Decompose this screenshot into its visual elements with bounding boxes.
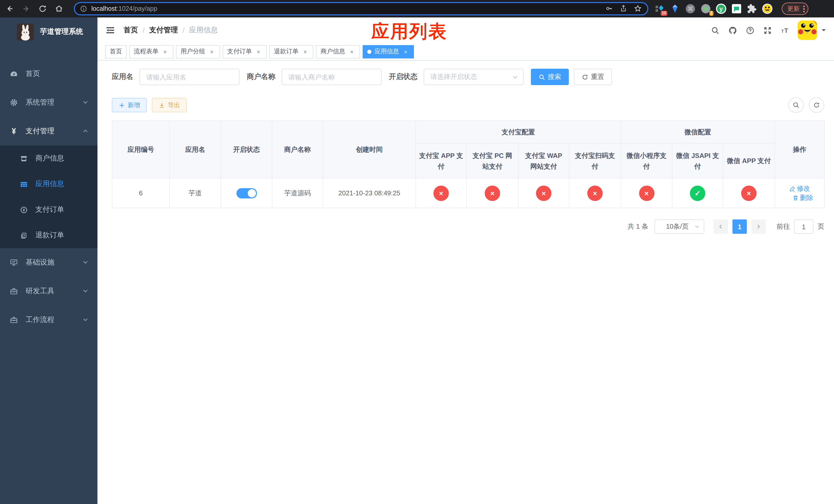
tab-label: 支付订单 (227, 47, 252, 56)
address-bar[interactable]: localhost:1024/pay/app (74, 2, 648, 15)
refresh-table-button[interactable] (809, 97, 824, 113)
extension-diamond-icon[interactable]: 10 (655, 4, 665, 14)
close-icon[interactable]: × (402, 48, 409, 55)
page-unit-label: 页 (818, 222, 824, 231)
cell-wechat-mini: × (621, 178, 672, 208)
breadcrumb-separator: / (142, 26, 145, 35)
share-icon[interactable] (620, 5, 628, 13)
merchant-name-input[interactable] (282, 69, 381, 85)
status-select[interactable]: 请选择开启状态 (424, 69, 524, 85)
tab-process-form[interactable]: 流程表单× (129, 45, 173, 58)
help-icon[interactable] (745, 26, 754, 35)
site-info-icon[interactable] (80, 5, 87, 12)
header-search-icon[interactable] (710, 26, 720, 35)
sidebar-item-workflow[interactable]: 工作流程 (0, 305, 97, 334)
document-icon (20, 231, 28, 239)
sidebar-collapse-icon[interactable] (105, 25, 115, 36)
svg-text:T: T (784, 27, 788, 34)
tab-app-info[interactable]: 应用信息× (363, 45, 414, 58)
profile-smiley-icon[interactable] (762, 4, 772, 14)
col-enabled: 开启状态 (221, 121, 272, 178)
show-search-button[interactable] (788, 97, 804, 113)
sidebar-item-pay-orders[interactable]: 支付订单 (0, 197, 97, 223)
extension-chat-icon[interactable] (731, 4, 742, 14)
close-icon[interactable]: × (302, 48, 309, 55)
sidebar-item-refund-orders[interactable]: 退款订单 (0, 223, 97, 248)
sidebar-item-label: 应用信息 (36, 180, 64, 189)
cell-alipay-wap: × (518, 178, 569, 208)
tab-refund-orders[interactable]: 退款订单× (269, 45, 313, 58)
browser-menu-kebab-icon[interactable] (803, 5, 805, 13)
close-icon[interactable]: × (161, 48, 169, 55)
extension-badge: 1 (709, 11, 714, 16)
browser-update-button[interactable]: 更新 (782, 3, 808, 15)
col-alipay-app: 支付宝 APP 支付 (416, 143, 466, 178)
col-group-wechat: 微信配置 (621, 121, 775, 143)
sidebar-item-system[interactable]: 系统管理 (0, 88, 97, 117)
extensions-puzzle-icon[interactable] (747, 4, 757, 14)
back-icon[interactable] (5, 4, 14, 13)
app-name-input[interactable] (139, 69, 240, 85)
font-size-icon[interactable]: TT (780, 26, 789, 35)
sidebar-item-dev-tools[interactable]: 研发工具 (0, 277, 97, 305)
breadcrumb-home[interactable]: 首页 (124, 26, 138, 35)
dashboard-icon (10, 70, 18, 78)
password-key-icon[interactable] (605, 5, 613, 13)
reset-button[interactable]: 重置 (574, 69, 612, 85)
enabled-toggle[interactable] (236, 188, 257, 198)
bookmark-star-icon[interactable] (634, 5, 642, 13)
prev-page-button[interactable] (714, 220, 728, 234)
search-button[interactable]: 搜索 (531, 69, 569, 85)
search-icon (539, 74, 545, 80)
extension-recorder-icon[interactable]: 1 (701, 4, 711, 14)
cell-app-id: 6 (112, 178, 170, 208)
tab-label: 流程表单 (134, 47, 158, 56)
edit-link[interactable]: 修改 (789, 184, 810, 193)
sidebar-item-label: 研发工具 (26, 287, 54, 296)
extension-balloon-icon[interactable] (670, 4, 680, 14)
close-icon[interactable]: × (208, 48, 215, 55)
page-size-select[interactable]: 10条/页 (655, 220, 704, 234)
export-button[interactable]: 导出 (152, 98, 187, 112)
status-select-placeholder: 请选择开启状态 (430, 72, 512, 82)
tab-user-group[interactable]: 用户分组× (176, 45, 220, 58)
next-page-button[interactable] (751, 220, 766, 234)
app-logo[interactable]: 芋道管理系统 (0, 18, 97, 46)
sidebar-item-app-info[interactable]: 应用信息 (0, 171, 97, 197)
user-avatar[interactable] (797, 21, 817, 40)
sidebar-item-payment[interactable]: 支付管理 (0, 117, 97, 145)
status-icon: × (741, 185, 756, 201)
delete-link[interactable]: 删除 (792, 193, 813, 202)
github-icon[interactable] (728, 26, 737, 35)
svg-text:T: T (781, 29, 784, 33)
page-number-1[interactable]: 1 (732, 220, 747, 234)
screen: localhost:1024/pay/app 10 ⌘ 1 y (0, 0, 834, 504)
cell-merchant: 芋道源码 (272, 178, 323, 208)
sidebar-item-home[interactable]: 首页 (0, 60, 97, 88)
tab-pay-orders[interactable]: 支付订单× (223, 45, 267, 58)
tab-merchant-info[interactable]: 商户信息× (316, 45, 360, 58)
caret-down-icon[interactable] (821, 26, 826, 35)
sidebar-item-merchant-info[interactable]: 商户信息 (0, 145, 97, 171)
reload-icon[interactable] (38, 4, 47, 13)
breadcrumb-payment[interactable]: 支付管理 (149, 26, 178, 35)
sidebar-item-infrastructure[interactable]: 基础设施 (0, 248, 97, 277)
chevron-left-icon (718, 224, 723, 229)
tab-home[interactable]: 首页 (105, 45, 127, 58)
chevron-down-icon (83, 316, 88, 324)
chevron-down-icon (83, 287, 88, 295)
col-alipay-qr: 支付宝扫码支付 (569, 143, 621, 178)
url-text: localhost:1024/pay/app (91, 5, 157, 12)
tab-label: 商户信息 (321, 47, 345, 56)
extension-y-icon[interactable]: y (716, 4, 726, 14)
home-icon[interactable] (54, 4, 64, 13)
forward-icon[interactable] (22, 4, 31, 13)
extension-command-icon[interactable]: ⌘ (685, 4, 696, 14)
app-title: 芋道管理系统 (40, 27, 83, 37)
close-icon[interactable]: × (255, 48, 262, 55)
fullscreen-icon[interactable] (763, 26, 772, 35)
close-icon[interactable]: × (348, 48, 355, 55)
add-button[interactable]: 新增 (112, 98, 147, 112)
chevron-down-icon (512, 74, 518, 80)
goto-page-input[interactable] (794, 220, 813, 234)
